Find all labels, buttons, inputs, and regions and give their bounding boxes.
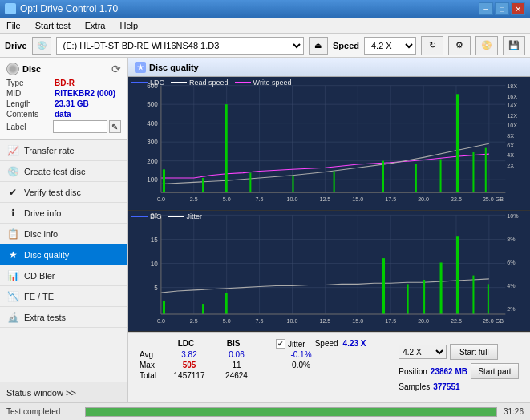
- menu-file[interactable]: File: [3, 19, 24, 32]
- disc-label-input[interactable]: [53, 120, 107, 133]
- svg-text:6X: 6X: [507, 141, 514, 148]
- close-button[interactable]: ✕: [511, 2, 525, 15]
- chart-ldc: LDC Read speed Write speed: [128, 77, 530, 211]
- sidebar-item-label: Transfer rate: [24, 146, 75, 155]
- sidebar-item-fe-te[interactable]: 📉 FE / TE: [0, 286, 127, 307]
- speed-row: 4.2 X Start full: [399, 344, 519, 360]
- disc-contents-row: Contents data: [6, 110, 121, 119]
- svg-rect-100: [407, 284, 409, 314]
- bis-legend-label: BIS: [150, 212, 162, 220]
- disc-arrows-icon: ⟳: [111, 63, 121, 75]
- legend-bis: BIS: [131, 212, 162, 220]
- bis-legend-dot: [131, 216, 148, 217]
- drive-info-icon: ℹ: [6, 208, 19, 219]
- svg-rect-56: [485, 148, 487, 193]
- verify-test-disc-icon: ✔: [6, 187, 19, 198]
- content-area: ★ Disc quality LDC Read speed: [128, 58, 530, 402]
- disc-label-label: Label: [6, 123, 53, 131]
- svg-text:10: 10: [151, 259, 158, 267]
- status-window-item[interactable]: Status window >>: [0, 382, 127, 402]
- jitter-legend-dot: [168, 216, 184, 217]
- svg-rect-102: [440, 262, 443, 313]
- samples-value: 377551: [433, 382, 459, 391]
- svg-rect-46: [202, 178, 204, 192]
- avg-jitter: -0.1%: [279, 350, 323, 359]
- sidebar-item-label: CD Bler: [24, 271, 55, 281]
- disc-contents-value: data: [55, 110, 71, 119]
- disc-info-icon: 📋: [6, 228, 19, 240]
- status-bar: Test completed 31:26: [0, 402, 530, 420]
- legend-ldc: LDC: [131, 79, 164, 87]
- svg-text:20.0: 20.0: [418, 196, 429, 203]
- sidebar: Disc ⟳ Type BD-R MID RITEKBR2 (000) Leng…: [0, 58, 128, 402]
- svg-rect-97: [202, 304, 204, 314]
- stats-avg-row: Avg 3.82 0.06 -0.1%: [140, 350, 389, 359]
- svg-text:20.0: 20.0: [418, 317, 429, 324]
- legend-jitter: Jitter: [168, 212, 203, 220]
- stats-max-row: Max 505 11 0.0%: [140, 361, 389, 370]
- stats-speed-select[interactable]: 4.2 X: [399, 345, 447, 359]
- drive-disc-icon: 💿: [32, 37, 51, 55]
- eject-button[interactable]: ⏏: [309, 37, 328, 55]
- svg-rect-51: [382, 161, 384, 193]
- disc-quality-header-icon: ★: [135, 62, 146, 73]
- refresh-button[interactable]: ↻: [421, 36, 443, 55]
- svg-text:15.0: 15.0: [352, 317, 363, 324]
- settings-button[interactable]: ⚙: [448, 36, 471, 55]
- maximize-button[interactable]: □: [495, 2, 509, 15]
- sidebar-item-label: Disc info: [24, 229, 58, 239]
- sidebar-item-label: FE / TE: [24, 292, 54, 301]
- sidebar-item-extra-tests[interactable]: 🔬 Extra tests: [0, 307, 127, 328]
- disc-quality-title: Disc quality: [149, 63, 199, 72]
- sidebar-item-cd-bler[interactable]: 📊 CD Bler: [0, 265, 127, 286]
- svg-text:17.5: 17.5: [385, 196, 396, 203]
- start-full-button[interactable]: Start full: [450, 344, 498, 360]
- sidebar-item-transfer-rate[interactable]: 📈 Transfer rate: [0, 140, 127, 161]
- svg-rect-104: [472, 275, 474, 313]
- svg-rect-49: [292, 176, 293, 192]
- speed-stat-value: 4.23 X: [343, 339, 366, 349]
- disc-type-value: BD-R: [55, 79, 75, 87]
- menu-help[interactable]: Help: [116, 19, 141, 32]
- svg-rect-47: [225, 104, 228, 192]
- menu-extra[interactable]: Extra: [82, 19, 109, 32]
- sidebar-item-verify-test-disc[interactable]: ✔ Verify test disc: [0, 182, 127, 203]
- cd-bler-icon: 📊: [6, 270, 19, 281]
- speed-select[interactable]: 4.2 X: [364, 37, 416, 55]
- col-bis: BIS: [213, 339, 253, 349]
- disc-mid-value: RITEKBR2 (000): [55, 89, 115, 98]
- save-button[interactable]: 💾: [503, 36, 525, 55]
- start-part-button[interactable]: Start part: [471, 363, 519, 379]
- create-test-disc-icon: 💿: [6, 166, 19, 177]
- total-label: Total: [140, 371, 162, 380]
- svg-rect-101: [423, 280, 425, 314]
- minimize-button[interactable]: −: [479, 2, 493, 15]
- svg-rect-98: [225, 293, 228, 314]
- svg-rect-54: [456, 94, 459, 192]
- chart2-legend: BIS Jitter: [131, 212, 202, 220]
- max-jitter: 0.0%: [279, 361, 323, 370]
- disc-label-button[interactable]: ✎: [109, 120, 121, 133]
- jitter-checkbox[interactable]: ✔: [276, 339, 285, 349]
- stats-table: LDC BIS ✔ Jitter Speed 4.23 X Avg 3.82: [140, 339, 389, 396]
- max-ldc: 505: [165, 361, 213, 370]
- sidebar-item-disc-quality[interactable]: ★ Disc quality: [0, 244, 127, 265]
- svg-text:22.5: 22.5: [451, 196, 462, 203]
- extra-tests-icon: 🔬: [6, 312, 19, 323]
- svg-text:4X: 4X: [507, 151, 514, 159]
- sidebar-item-disc-info[interactable]: 📋 Disc info: [0, 224, 127, 244]
- charts-container: LDC Read speed Write speed: [128, 77, 530, 332]
- disc2-button[interactable]: 📀: [475, 36, 498, 55]
- drive-select[interactable]: (E:) HL-DT-ST BD-RE WH16NS48 1.D3: [56, 37, 304, 55]
- svg-text:5.0: 5.0: [223, 317, 231, 324]
- disc-icon: [6, 63, 19, 75]
- sidebar-item-drive-info[interactable]: ℹ Drive info: [0, 203, 127, 224]
- speed-label: Speed: [333, 41, 359, 50]
- menu-start-test[interactable]: Start test: [32, 19, 74, 32]
- sidebar-item-create-test-disc[interactable]: 💿 Create test disc: [0, 161, 127, 182]
- chart-bis: BIS Jitter: [128, 211, 530, 332]
- svg-rect-0: [128, 77, 530, 210]
- max-label: Max: [140, 361, 162, 370]
- sidebar-item-label: Create test disc: [24, 167, 85, 176]
- svg-text:2X: 2X: [507, 162, 514, 169]
